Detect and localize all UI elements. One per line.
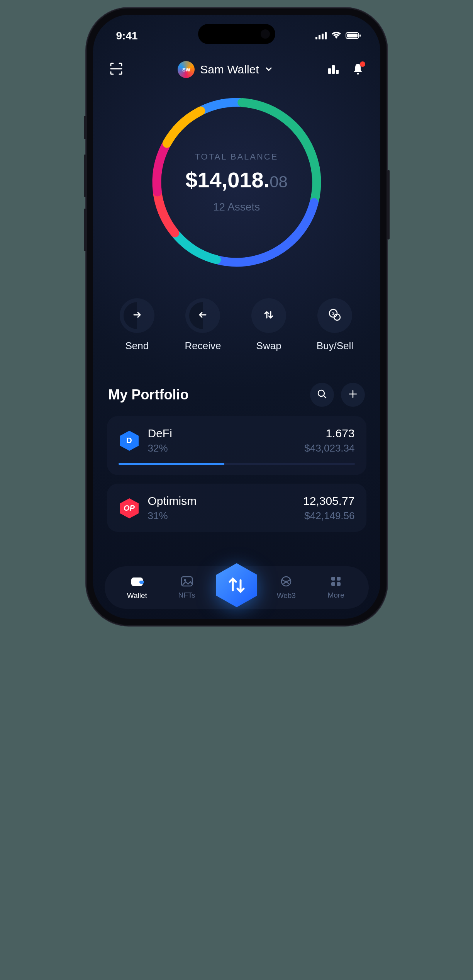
asset-percent: 32% (148, 442, 172, 454)
wallet-icon (130, 575, 144, 589)
swap-button[interactable] (251, 298, 286, 333)
buysell-button[interactable]: $ (317, 298, 352, 333)
portfolio-header: My Portfolio (93, 371, 380, 416)
wifi-icon (331, 30, 342, 42)
nav-wallet[interactable]: Wallet (118, 575, 156, 600)
search-button[interactable] (310, 383, 334, 407)
image-icon (180, 576, 193, 589)
svg-rect-31 (337, 582, 341, 586)
balance-donut-chart: TOTAL BALANCE $14,018.08 12 Assets (93, 86, 380, 283)
nav-swap-fab[interactable] (212, 560, 262, 610)
nav-wallet-label: Wallet (127, 591, 147, 600)
avatar-initials: SW (182, 67, 190, 73)
stats-icon[interactable] (327, 62, 340, 77)
swap-arrows-icon (262, 308, 276, 323)
svg-rect-0 (315, 37, 317, 39)
svg-rect-24 (139, 581, 144, 584)
swap-action[interactable]: Swap (251, 298, 286, 352)
asset-percent: 31% (148, 510, 197, 522)
action-row: Send Receive Swap (93, 283, 380, 371)
nav-web3[interactable]: Web3 (267, 575, 305, 600)
coins-icon: $ (327, 307, 342, 324)
asset-badge-icon: OP (119, 498, 140, 519)
arrow-right-icon (130, 308, 144, 323)
svg-rect-7 (328, 68, 331, 74)
swap-label: Swap (256, 340, 281, 352)
volume-up-button (84, 155, 86, 197)
asset-card[interactable]: D DeFi 32% 1.673 $43,023.34 (107, 416, 366, 475)
power-button (387, 170, 390, 239)
asset-name: Optimism (148, 494, 197, 508)
arrow-left-icon (196, 308, 210, 323)
globe-icon (280, 575, 292, 589)
search-icon (316, 388, 328, 401)
screen: 9:41 SW Sam Wallet (93, 15, 380, 619)
notifications-icon[interactable] (351, 62, 364, 77)
svg-rect-9 (336, 70, 339, 74)
receive-label: Receive (185, 340, 221, 352)
svg-rect-2 (322, 34, 324, 39)
receive-action[interactable]: Receive (185, 298, 221, 352)
phone-frame: 9:41 SW Sam Wallet (86, 8, 387, 626)
asset-progress (119, 463, 355, 465)
nav-more[interactable]: More (317, 576, 355, 600)
assets-count: 12 Assets (213, 198, 260, 213)
wallet-avatar: SW (178, 61, 195, 78)
portfolio-list: D DeFi 32% 1.673 $43,023.34 (93, 416, 380, 532)
status-time: 9:41 (116, 30, 138, 42)
scan-icon[interactable] (109, 61, 124, 78)
portfolio-title: My Portfolio (109, 387, 189, 403)
svg-rect-3 (325, 32, 327, 39)
asset-card[interactable]: OP Optimism 31% 12,305.77 $42,149.56 (107, 484, 366, 532)
plus-icon (347, 388, 359, 401)
send-button[interactable] (120, 298, 154, 333)
svg-marker-32 (216, 563, 257, 607)
svg-rect-29 (337, 577, 341, 581)
svg-rect-8 (332, 65, 335, 74)
total-balance-value: $14,018.08 (185, 167, 288, 192)
total-balance-label: TOTAL BALANCE (195, 152, 278, 162)
svg-text:$: $ (332, 311, 334, 316)
svg-rect-6 (359, 34, 361, 37)
balance-decimals: 08 (270, 173, 288, 191)
send-label: Send (125, 340, 149, 352)
nav-more-label: More (327, 591, 344, 600)
send-action[interactable]: Send (120, 298, 154, 352)
buysell-label: Buy/Sell (317, 340, 353, 352)
grid-icon (330, 576, 342, 589)
add-button[interactable] (341, 383, 365, 407)
svg-point-26 (184, 579, 186, 581)
svg-rect-28 (331, 577, 335, 581)
battery-icon (346, 30, 361, 42)
asset-amount: 1.673 (326, 427, 354, 440)
cellular-icon (315, 30, 327, 42)
side-button (84, 116, 86, 139)
asset-badge-icon: D (119, 430, 140, 452)
asset-value: $43,023.34 (304, 442, 354, 454)
wallet-name: Sam Wallet (200, 63, 259, 76)
bottom-nav: Wallet NFTs Web3 (105, 566, 369, 609)
asset-amount: 12,305.77 (303, 494, 354, 508)
svg-rect-30 (331, 582, 335, 586)
balance-main: $14,018. (185, 168, 270, 192)
svg-rect-1 (319, 35, 320, 39)
nav-nfts-label: NFTs (178, 591, 195, 600)
app-header: SW Sam Wallet (93, 46, 380, 86)
receive-button[interactable] (185, 298, 220, 333)
volume-down-button (84, 209, 86, 251)
nav-nfts[interactable]: NFTs (168, 576, 206, 600)
nav-web3-label: Web3 (277, 591, 296, 600)
svg-rect-5 (347, 34, 358, 37)
dynamic-island (198, 24, 275, 44)
asset-name: DeFi (148, 427, 172, 440)
buysell-action[interactable]: $ Buy/Sell (317, 298, 353, 352)
asset-value: $42,149.56 (304, 510, 354, 522)
